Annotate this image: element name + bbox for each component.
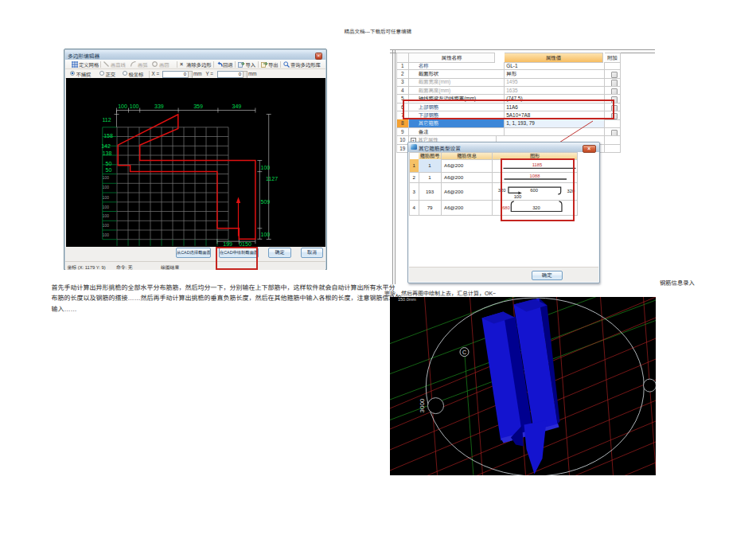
svg-text:100: 100 (261, 232, 271, 237)
svg-text:359: 359 (193, 103, 203, 109)
svg-text:150.0mm: 150.0mm (398, 297, 416, 302)
svg-text:509: 509 (261, 198, 271, 204)
svg-text:100: 100 (103, 205, 109, 209)
svg-text:3000: 3000 (418, 399, 425, 413)
svg-text:100: 100 (103, 185, 109, 189)
svg-text:0150: 0150 (239, 241, 251, 247)
svg-text:349: 349 (232, 103, 242, 109)
svg-text:100: 100 (103, 176, 109, 180)
svg-text:100: 100 (118, 103, 127, 109)
svg-text:100: 100 (103, 223, 109, 227)
svg-text:138: 138 (103, 150, 112, 155)
svg-text:158: 158 (103, 133, 113, 139)
svg-text:100: 100 (261, 164, 271, 170)
svg-text:C: C (462, 350, 466, 355)
svg-text:50: 50 (106, 161, 112, 166)
svg-text:100: 100 (103, 195, 109, 199)
svg-text:100: 100 (103, 232, 109, 236)
svg-text:199: 199 (223, 241, 232, 247)
svg-text:50: 50 (106, 166, 112, 172)
svg-text:100: 100 (103, 214, 109, 218)
svg-text:100: 100 (130, 103, 139, 109)
svg-text:1127: 1127 (266, 176, 278, 182)
svg-text:142: 142 (101, 143, 111, 149)
svg-text:112: 112 (102, 117, 111, 123)
svg-text:339: 339 (154, 103, 164, 109)
